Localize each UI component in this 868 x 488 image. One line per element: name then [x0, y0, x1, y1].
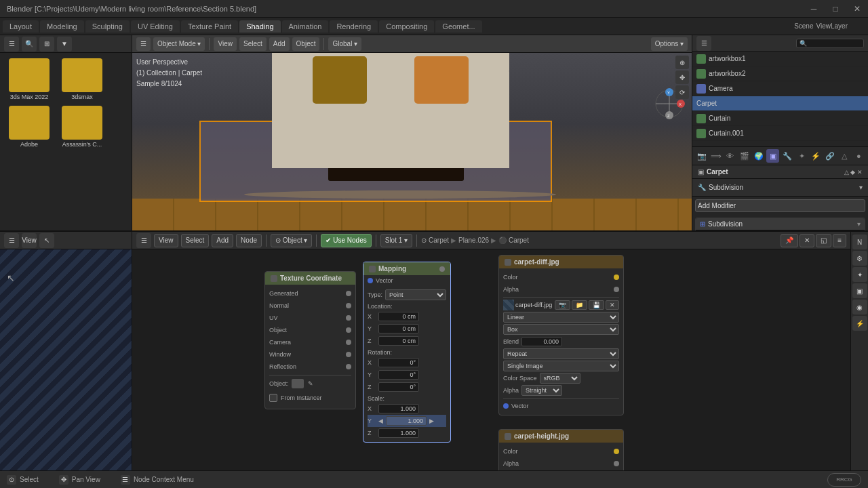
- object-mode-btn[interactable]: Object Mode ▾: [153, 37, 205, 51]
- lower-icon-3[interactable]: ✦: [852, 267, 867, 282]
- ne-viewport-btn[interactable]: ◱: [816, 234, 831, 247]
- tab-rendering[interactable]: Rendering: [330, 20, 378, 33]
- tab-compositing[interactable]: Compositing: [379, 20, 434, 33]
- lower-icon-5[interactable]: ◉: [852, 300, 867, 314]
- add-modifier-button[interactable]: Add Modifier: [695, 199, 865, 212]
- texcoord-object-field[interactable]: [292, 379, 304, 388]
- mapping-scale-x-input[interactable]: [378, 404, 419, 413]
- carpet-diff-img-btn2[interactable]: 📁: [572, 300, 587, 310]
- prop-icon-render[interactable]: 📷: [695, 149, 708, 163]
- carpet-height-color-socket[interactable]: [614, 449, 619, 454]
- ne-select-btn[interactable]: Select: [181, 234, 210, 247]
- mapping-collapse-icon[interactable]: [369, 266, 376, 272]
- mapping-rot-y-input[interactable]: [378, 370, 419, 380]
- texture-coordinate-node[interactable]: Texture Coordinate Generated Normal UV: [264, 271, 356, 409]
- close-button[interactable]: ✕: [846, 0, 868, 18]
- carpet-diff-img-close[interactable]: ✕: [606, 300, 619, 310]
- mapping-scale-y-input[interactable]: [386, 416, 427, 426]
- outliner-item-artworkbox2[interactable]: artworkbox2: [692, 66, 868, 81]
- carpet-height-alpha-socket[interactable]: [614, 461, 619, 466]
- ne-add-btn[interactable]: Add: [212, 234, 233, 247]
- texcoord-edit-icon[interactable]: ✎: [308, 380, 313, 387]
- carpet-height-node[interactable]: carpet-height.jpg Color Alpha: [498, 429, 624, 470]
- ne-pin-btn[interactable]: 📌: [781, 234, 798, 247]
- carpet-diff-singleimage-select[interactable]: Single Image: [503, 361, 619, 371]
- outliner-search[interactable]: [796, 39, 864, 48]
- prop-icon-data[interactable]: △: [838, 149, 851, 163]
- toggle-panel-btn[interactable]: ☰: [4, 37, 19, 52]
- lower-icon-1[interactable]: N: [852, 235, 867, 249]
- tab-texture-paint[interactable]: Texture Paint: [181, 20, 238, 33]
- texcoord-reflection-socket[interactable]: [346, 364, 351, 369]
- carpet-diff-blend-input[interactable]: [521, 337, 562, 346]
- mapping-rot-z-input[interactable]: [378, 382, 419, 392]
- viewport-zoom-btn[interactable]: ⊕: [675, 56, 689, 69]
- viewport-canvas[interactable]: User Perspective (1) Collection | Carpet…: [132, 53, 692, 230]
- mapping-scale-y-arrow-left[interactable]: ◀: [378, 418, 383, 424]
- tab-geometry[interactable]: Geomet...: [435, 20, 481, 33]
- folder-adobe[interactable]: Adobe: [5, 106, 53, 148]
- viewport-orbit-btn[interactable]: ⟳: [675, 85, 689, 99]
- viewport-menu-btn[interactable]: ☰: [136, 37, 151, 51]
- carpet-diff-alpha-socket[interactable]: [614, 287, 619, 292]
- carpet-height-collapse-icon[interactable]: [505, 433, 511, 440]
- global-btn[interactable]: Global ▾: [328, 37, 361, 51]
- prop-icon-constraints[interactable]: 🔗: [824, 149, 837, 163]
- texcoord-window-socket[interactable]: [346, 352, 351, 357]
- object-menu-btn[interactable]: Object: [292, 37, 320, 51]
- prop-icon-view[interactable]: 👁: [724, 149, 736, 163]
- tab-modeling[interactable]: Modeling: [40, 20, 84, 33]
- tab-sculpting[interactable]: Sculpting: [85, 20, 130, 33]
- mapping-vector-input[interactable]: [368, 278, 373, 283]
- ne-object-btn[interactable]: ⊙ Object ▾: [271, 234, 312, 247]
- mapping-rot-x-input[interactable]: [378, 358, 419, 367]
- minimize-button[interactable]: ─: [803, 0, 825, 18]
- lower-icon-4[interactable]: ▣: [852, 283, 867, 298]
- carpet-diff-cs-select[interactable]: sRGB: [540, 373, 580, 384]
- ne-slot-btn[interactable]: Slot 1 ▾: [380, 234, 412, 247]
- outliner-item-carpet[interactable]: Carpet: [692, 96, 868, 111]
- folder-3dsmax2022[interactable]: 3ds Max 2022: [5, 58, 53, 100]
- search-btn[interactable]: 🔍: [22, 37, 37, 52]
- mapping-loc-z-input[interactable]: [378, 336, 419, 346]
- carpet-diff-alpha2-select[interactable]: Straight: [521, 385, 562, 396]
- carpet-diff-repeat-select[interactable]: Repeat: [503, 348, 619, 359]
- folder-assassins[interactable]: Assassin's C...: [58, 106, 106, 148]
- ne-view-btn[interactable]: View: [154, 234, 178, 247]
- lower-icon-2[interactable]: ⚙: [852, 251, 867, 266]
- outliner-menu-btn[interactable]: ☰: [696, 36, 711, 51]
- node-canvas[interactable]: Texture Coordinate Generated Normal UV: [132, 249, 850, 470]
- modifier-header[interactable]: 🔧 Subdivision ▾: [692, 179, 868, 197]
- texcoord-object-socket[interactable]: [346, 327, 351, 333]
- texcoord-normal-socket[interactable]: [346, 303, 351, 308]
- carpet-diff-img-btn1[interactable]: 📷: [555, 300, 570, 310]
- texcoord-uv-socket[interactable]: [346, 315, 351, 321]
- prop-icon-output[interactable]: ⟹: [709, 149, 722, 163]
- outliner-item-curtain[interactable]: Curtain: [692, 111, 868, 126]
- tab-shading[interactable]: Shading: [239, 20, 280, 33]
- carpet-diff-node[interactable]: carpet-diff.jpg Color Alpha: [498, 255, 624, 415]
- outliner-item-curtain001[interactable]: Curtain.001: [692, 126, 868, 141]
- texture-cursor-btn[interactable]: ↖: [39, 233, 54, 248]
- carpet-diff-colorspace-select[interactable]: Linear: [503, 312, 619, 323]
- from-instancer-checkbox[interactable]: [269, 394, 277, 402]
- mapping-scale-z-input[interactable]: [378, 428, 419, 438]
- viewport-pan-btn[interactable]: ✥: [675, 70, 689, 84]
- outliner-item-artworkbox1[interactable]: artworkbox1: [692, 52, 868, 66]
- carpet-diff-img-btn3[interactable]: 💾: [589, 300, 604, 310]
- mapping-loc-y-input[interactable]: [378, 324, 419, 333]
- prop-icon-material[interactable]: ●: [852, 149, 865, 163]
- prop-icon-object[interactable]: ▣: [766, 149, 779, 163]
- carpet-diff-collapse-icon[interactable]: [505, 259, 511, 266]
- subdiv-options-btn[interactable]: ▾: [857, 220, 861, 228]
- select-menu-btn[interactable]: Select: [239, 37, 267, 51]
- mapping-node[interactable]: Mapping Vector Type: Point: [363, 262, 451, 443]
- carpet-diff-color-socket[interactable]: [614, 274, 619, 280]
- ne-close-btn[interactable]: ✕: [800, 234, 814, 247]
- texture-menu-btn[interactable]: ☰: [4, 233, 19, 248]
- carpet-diff-box-select[interactable]: Box: [503, 324, 619, 335]
- ne-menu-btn[interactable]: ☰: [136, 233, 151, 248]
- carpet-diff-vector-socket[interactable]: [503, 403, 509, 409]
- prop-icon-modifier[interactable]: 🔧: [781, 149, 793, 163]
- tab-layout[interactable]: Layout: [3, 20, 39, 33]
